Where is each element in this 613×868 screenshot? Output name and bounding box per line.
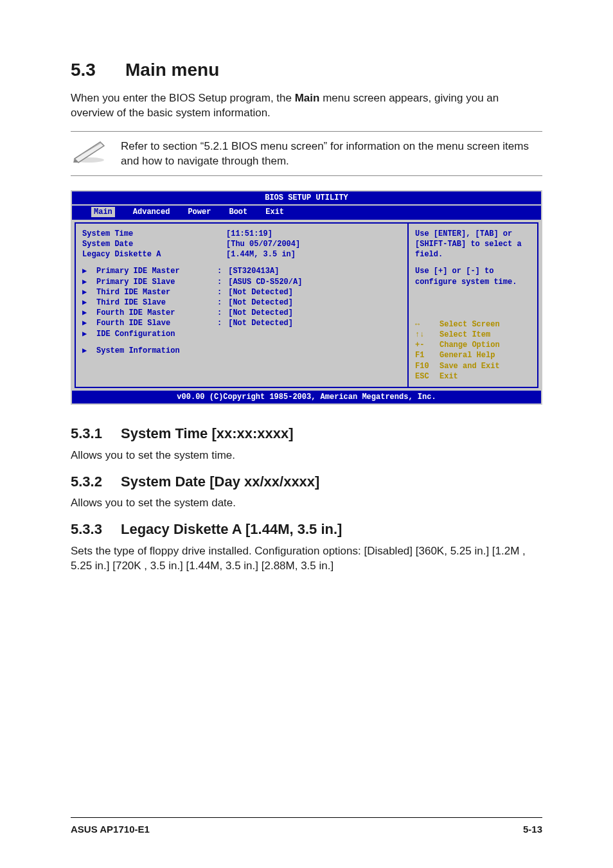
submenu-arrow-icon: ▶ — [82, 308, 96, 318]
submenu-arrow-icon: ▶ — [82, 297, 96, 308]
field-system-date[interactable]: System Date [Thu 05/07/2004] — [82, 239, 404, 249]
intro-pre: When you enter the BIOS Setup program, t… — [71, 92, 295, 104]
subsection-number: 5.3.3 — [71, 520, 121, 539]
submenu-ide-config[interactable]: ▶IDE Configuration — [82, 329, 404, 339]
field-label: Fourth IDE Slave — [96, 318, 217, 328]
subsection-title: System Date [Day xx/xx/xxxx] — [121, 474, 319, 490]
note-text: Refer to section “5.2.1 BIOS menu screen… — [121, 138, 542, 169]
nav-key: +- — [415, 340, 440, 350]
nav-row: F10Save and Exit — [415, 361, 532, 371]
nav-key: F1 — [415, 350, 440, 360]
submenu-arrow-icon: ▶ — [82, 329, 96, 339]
submenu-ide[interactable]: ▶Primary IDE Slave:[ASUS CD-S520/A] — [82, 277, 404, 287]
field-value: [Thu 05/07/2004] — [226, 239, 300, 249]
nav-label: General Help — [440, 350, 495, 360]
field-label: System Date — [82, 239, 217, 249]
nav-row: +-Change Option — [415, 340, 532, 350]
nav-row: ↔Select Screen — [415, 319, 532, 330]
submenu-ide[interactable]: ▶Primary IDE Master:[ST320413A] — [82, 266, 404, 276]
submenu-system-information[interactable]: ▶System Information — [82, 346, 404, 356]
field-value: [Not Detected] — [222, 318, 293, 328]
nav-key: ESC — [415, 371, 440, 382]
field-label: Third IDE Slave — [96, 297, 217, 308]
tab-main[interactable]: Main — [91, 207, 115, 217]
submenu-ide[interactable]: ▶Fourth IDE Slave:[Not Detected] — [82, 318, 404, 328]
submenu-arrow-icon: ▶ — [82, 318, 96, 328]
field-label: Primary IDE Master — [96, 266, 217, 276]
field-value: [1.44M, 3.5 in] — [226, 249, 296, 260]
section-title: Main menu — [125, 60, 219, 80]
tab-boot[interactable]: Boot — [229, 207, 247, 217]
field-value: [Not Detected] — [222, 287, 293, 297]
nav-help: ↔Select Screen ↑↓Select Item +-Change Op… — [415, 319, 532, 382]
submenu-ide[interactable]: ▶Third IDE Master:[Not Detected] — [82, 287, 404, 297]
field-value: [Not Detected] — [222, 297, 293, 308]
footer-right: 5-13 — [523, 823, 542, 836]
nav-label: Select Screen — [440, 319, 500, 330]
pencil-icon — [71, 138, 109, 164]
bios-screenshot: BIOS SETUP UTILITY Main Advanced Power B… — [71, 190, 542, 405]
subsection-title: System Time [xx:xx:xxxx] — [121, 425, 294, 441]
tab-exit[interactable]: Exit — [265, 207, 284, 217]
submenu-arrow-icon: ▶ — [82, 277, 96, 287]
nav-row: ESCExit — [415, 371, 532, 382]
nav-label: Save and Exit — [440, 361, 500, 371]
bios-footer: v00.00 (C)Copyright 1985-2003, American … — [72, 391, 541, 403]
subsection-heading: 5.3.3Legacy Diskette A [1.44M, 3.5 in.] — [71, 520, 542, 539]
subsection-title: Legacy Diskette A [1.44M, 3.5 in.] — [121, 521, 342, 537]
bios-right-panel: Use [ENTER], [TAB] or [SHIFT-TAB] to sel… — [409, 224, 537, 387]
submenu-arrow-icon: ▶ — [82, 346, 96, 356]
nav-label: Select Item — [440, 330, 490, 340]
submenu-ide[interactable]: ▶Fourth IDE Master:[Not Detected] — [82, 308, 404, 318]
field-label: Legacy Diskette A — [82, 249, 217, 260]
subsection-body: Allows you to set the system time. — [71, 448, 542, 463]
nav-row: ↑↓Select Item — [415, 330, 532, 340]
subsection-number: 5.3.2 — [71, 472, 121, 492]
help-top: Use [ENTER], [TAB] or [SHIFT-TAB] to sel… — [415, 229, 532, 260]
note-block: Refer to section “5.2.1 BIOS menu screen… — [71, 131, 542, 176]
field-legacy-diskette[interactable]: Legacy Diskette A [1.44M, 3.5 in] — [82, 249, 404, 260]
field-value: [Not Detected] — [222, 308, 293, 318]
field-value: [ASUS CD-S520/A] — [222, 277, 302, 287]
submenu-arrow-icon: ▶ — [82, 266, 96, 276]
field-value: [11:51:19] — [226, 229, 272, 239]
help-mid: Use [+] or [-] to configure system time. — [415, 266, 532, 287]
bios-body: System Time [11:51:19] System Date [Thu … — [75, 222, 538, 388]
field-system-time[interactable]: System Time [11:51:19] — [82, 229, 404, 239]
ide-block: ▶Primary IDE Master:[ST320413A] ▶Primary… — [82, 266, 404, 339]
tab-power[interactable]: Power — [188, 207, 211, 217]
field-value: [ST320413A] — [222, 266, 279, 276]
intro-paragraph: When you enter the BIOS Setup program, t… — [71, 91, 542, 121]
tab-advanced[interactable]: Advanced — [133, 207, 170, 217]
subsection-heading: 5.3.1System Time [xx:xx:xxxx] — [71, 424, 542, 443]
nav-key: F10 — [415, 361, 440, 371]
field-label: IDE Configuration — [96, 329, 175, 339]
section-number: 5.3 — [71, 58, 125, 82]
page-footer: ASUS AP1710-E1 5-13 — [71, 817, 542, 836]
nav-key: ↔ — [415, 319, 440, 330]
nav-label: Exit — [440, 371, 458, 382]
field-label: System Time — [82, 229, 217, 239]
submenu-ide[interactable]: ▶Third IDE Slave:[Not Detected] — [82, 297, 404, 308]
nav-key: ↑↓ — [415, 330, 440, 340]
footer-left: ASUS AP1710-E1 — [71, 823, 150, 836]
sysinfo-block: ▶System Information — [82, 346, 404, 356]
nav-row: F1General Help — [415, 350, 532, 360]
bios-tabs: Main Advanced Power Boot Exit — [72, 206, 541, 220]
field-label: Fourth IDE Master — [96, 308, 217, 318]
field-label: Third IDE Master — [96, 287, 217, 297]
field-label: Primary IDE Slave — [96, 277, 217, 287]
bios-title: BIOS SETUP UTILITY — [72, 191, 541, 206]
section-heading: 5.3Main menu — [71, 58, 542, 82]
subsection-number: 5.3.1 — [71, 424, 121, 443]
field-label: System Information — [96, 346, 180, 356]
subsection-heading: 5.3.2System Date [Day xx/xx/xxxx] — [71, 472, 542, 492]
subsection-body: Sets the type of floppy drive installed.… — [71, 544, 542, 574]
bios-left-panel: System Time [11:51:19] System Date [Thu … — [76, 224, 409, 387]
subsection-body: Allows you to set the system date. — [71, 496, 542, 511]
nav-label: Change Option — [440, 340, 500, 350]
submenu-arrow-icon: ▶ — [82, 287, 96, 297]
intro-bold: Main — [295, 92, 320, 104]
